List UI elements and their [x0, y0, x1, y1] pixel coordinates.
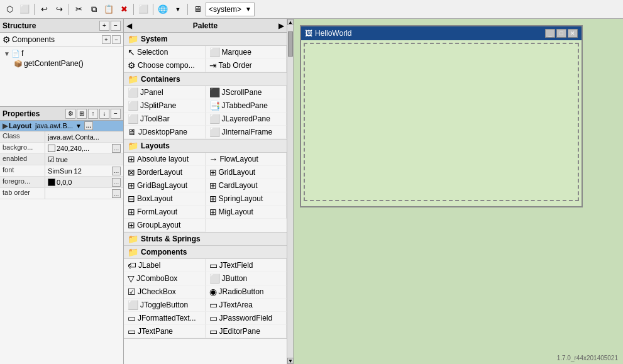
- palette-item-springlayout[interactable]: ⊞ SpringLayout: [206, 192, 287, 206]
- prop-btn-4[interactable]: ↓: [99, 109, 109, 119]
- palette-arrow-right[interactable]: ▶: [278, 21, 284, 30]
- toolbar-undo[interactable]: ↩: [37, 3, 51, 16]
- jtextarea-label: JTextArea: [219, 301, 253, 309]
- foreground-edit-btn[interactable]: …: [112, 178, 121, 187]
- toolbar-web-drop[interactable]: ▼: [171, 3, 185, 16]
- palette-item-boxlayout[interactable]: ⊟ BoxLayout: [124, 192, 206, 206]
- palette-item-gridlayout[interactable]: ⊞ GridLayout: [206, 166, 287, 179]
- enabled-checkbox[interactable]: ☑: [48, 155, 55, 164]
- palette-item-jcombobox[interactable]: ▽ JComboBox: [124, 272, 206, 285]
- toolbar-web[interactable]: 🌐: [156, 3, 170, 16]
- palette-item-jlabel[interactable]: 🏷 JLabel: [124, 259, 206, 272]
- toolbar-btn-screen[interactable]: ⬜: [136, 3, 150, 16]
- tree-item-f[interactable]: ▼ 📄 f: [1, 48, 122, 58]
- toolbar-btn-1[interactable]: ⬡: [3, 3, 16, 16]
- palette-item-jpasswordfield[interactable]: ▭ JPasswordField: [206, 312, 287, 325]
- marquee-label: Marquee: [222, 48, 251, 57]
- toolbar-sep-5: [187, 4, 188, 15]
- toolbar-cut[interactable]: ✂: [72, 3, 85, 16]
- tree-item-getcontentpane[interactable]: 📦 getContentPane(): [1, 58, 122, 69]
- hello-world-title-left: 🖼 HelloWorld: [305, 29, 351, 38]
- version-text: 1.7.0_r44x201405021: [557, 355, 618, 361]
- palette-item-jdesktoppane[interactable]: 🖥 JDesktopPane: [124, 126, 206, 139]
- structure-header: Structure + −: [0, 19, 123, 33]
- taborder-edit-btn[interactable]: …: [112, 189, 121, 198]
- palette-scroll-thumb[interactable]: [288, 31, 293, 57]
- palette-item-jeditorpane[interactable]: ▭ JEditorPane: [206, 325, 287, 338]
- prop-value-font: SimSun 12 …: [45, 165, 123, 176]
- palette-scroll-down[interactable]: ▼: [287, 358, 294, 364]
- prop-btn-2[interactable]: ⊞: [77, 109, 87, 119]
- maximize-btn[interactable]: □: [556, 29, 566, 38]
- toolbar-delete[interactable]: ✖: [117, 3, 131, 16]
- system-dropdown-arrow: ▼: [245, 6, 251, 13]
- palette-item-flowlayout[interactable]: → FlowLayout: [206, 153, 287, 166]
- borderlayout-label: BorderLayout: [137, 168, 182, 177]
- jradiobutton-icon: ◉: [209, 287, 217, 297]
- layout-section-header[interactable]: ▶ Layout java.awt.B... ▼ …: [0, 121, 123, 131]
- palette-item-cardlayout[interactable]: ⊞ CardLayout: [206, 179, 287, 192]
- prop-btn-3[interactable]: ↑: [88, 109, 98, 119]
- jlayeredpane-icon: ⬜: [209, 114, 220, 124]
- palette-scrollbar[interactable]: ▲ ▼: [287, 19, 293, 364]
- gridbaglayout-icon: ⊞: [128, 180, 135, 190]
- hello-world-titlebar: 🖼 HelloWorld _ □ ✕: [301, 26, 582, 40]
- palette-item-jtabbedpane[interactable]: 📑 JTabbedPane: [206, 99, 287, 113]
- close-btn[interactable]: ✕: [568, 29, 578, 38]
- palette-item-borderlayout[interactable]: ⊠ BorderLayout: [124, 166, 206, 179]
- components-add-btn[interactable]: +: [102, 35, 111, 44]
- components-remove-btn[interactable]: −: [112, 35, 121, 44]
- prop-btn-1[interactable]: ⚙: [65, 109, 75, 119]
- palette-scroll-up[interactable]: ▲: [287, 19, 294, 25]
- components-row[interactable]: ⚙ Components + −: [1, 34, 122, 45]
- minimize-btn[interactable]: _: [545, 29, 555, 38]
- palette-item-selection[interactable]: ↖ Selection: [124, 46, 206, 59]
- palette-item-jinternalframe[interactable]: ⬜ JInternalFrame: [206, 126, 287, 139]
- font-edit-btn[interactable]: …: [112, 167, 121, 175]
- toolbar-copy[interactable]: ⧉: [87, 3, 101, 16]
- toolbar-deploy[interactable]: 🖥: [190, 3, 204, 16]
- background-swatch: [48, 145, 55, 152]
- palette-item-choose-compo[interactable]: ⚙ Choose compo...: [124, 59, 206, 72]
- palette-item-jtogglebutton[interactable]: ⬜ JToggleButton: [124, 299, 206, 312]
- palette-item-tab-order[interactable]: ⇥ Tab Order: [206, 59, 287, 72]
- toolbar-paste[interactable]: 📋: [102, 3, 116, 16]
- palette-item-jradiobutton[interactable]: ◉ JRadioButton: [206, 285, 287, 299]
- palette-item-jcheckbox[interactable]: ☑ JCheckBox: [124, 285, 206, 299]
- formlayout-icon: ⊞: [128, 207, 135, 217]
- jpanel-label: JPanel: [140, 88, 163, 97]
- structure-add-btn[interactable]: +: [99, 21, 109, 31]
- miglayout-icon: ⊞: [209, 207, 217, 217]
- palette-item-jformattedtext[interactable]: ▭ JFormattedText...: [124, 312, 206, 325]
- system-dropdown[interactable]: <system> ▼: [206, 3, 255, 16]
- palette-item-jtoolbar[interactable]: ⬜ JToolBar: [124, 113, 206, 126]
- palette-item-gridbaglayout[interactable]: ⊞ GridBagLayout: [124, 179, 206, 192]
- palette-item-jbutton[interactable]: ⬜ JButton: [206, 272, 287, 285]
- palette-item-formlayout[interactable]: ⊞ FormLayout: [124, 206, 206, 219]
- toolbar-btn-2[interactable]: ⬜: [18, 3, 31, 16]
- palette-item-miglayout[interactable]: ⊞ MigLayout: [206, 206, 287, 219]
- palette-item-jtextpane[interactable]: ▭ JTextPane: [124, 325, 206, 338]
- prop-btn-5[interactable]: −: [111, 109, 121, 119]
- jtextfield-label: JTextField: [219, 261, 253, 270]
- palette-item-absolute[interactable]: ⊞ Absolute layout: [124, 153, 206, 166]
- layout-edit-btn[interactable]: …: [84, 121, 93, 130]
- palette-item-jtextfield[interactable]: ▭ JTextField: [206, 259, 287, 272]
- main-layout: Structure + − ⚙ Components + −: [0, 19, 623, 364]
- palette-item-grouplayout[interactable]: ⊞ GroupLayout: [124, 219, 206, 232]
- palette-item-jtextarea[interactable]: ▭ JTextArea: [206, 299, 287, 312]
- palette-item-jlayeredpane[interactable]: ⬜ JLayeredPane: [206, 113, 287, 126]
- toolbar-sep-3: [133, 4, 134, 15]
- jtogglebutton-icon: ⬜: [128, 300, 138, 310]
- palette-category-containers: 📁 Containers: [124, 73, 287, 86]
- layout-dropdown-arrow[interactable]: ▼: [75, 123, 82, 130]
- background-edit-btn[interactable]: …: [112, 144, 121, 153]
- structure-remove-btn[interactable]: −: [111, 21, 121, 31]
- toolbar-redo[interactable]: ↪: [52, 3, 66, 16]
- palette-arrow-left[interactable]: ◀: [126, 21, 132, 30]
- palette-item-jsplitpane[interactable]: ⬜ JSplitPane: [124, 99, 206, 113]
- palette-item-marquee[interactable]: ⬜ Marquee: [206, 46, 287, 59]
- jdesktoppane-icon: 🖥: [128, 127, 136, 137]
- palette-item-jpanel[interactable]: ⬜ JPanel: [124, 86, 206, 99]
- palette-item-jscrollpane[interactable]: ⬛ JScrollPane: [206, 86, 287, 99]
